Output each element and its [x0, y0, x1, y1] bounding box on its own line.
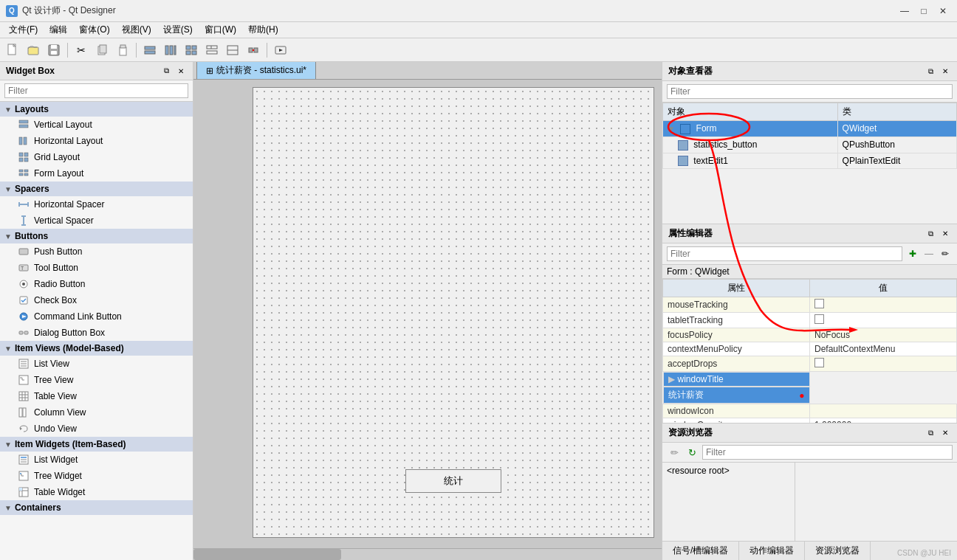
widget-undo-view-label: Undo View — [34, 424, 77, 434]
widget-box-filter-input[interactable] — [4, 83, 188, 98]
toolbar-copy-btn[interactable] — [92, 41, 112, 60]
toolbar-save-btn[interactable] — [44, 41, 64, 60]
prop-row-mousetracking[interactable]: mouseTracking — [663, 297, 957, 313]
prop-value-mousetracking[interactable] — [810, 297, 957, 313]
prop-row-windowicon[interactable]: windowIcon — [663, 404, 957, 418]
toolbar-cut-btn[interactable]: ✂ — [72, 41, 91, 60]
object-inspector-close-btn[interactable]: ✕ — [939, 66, 951, 77]
toolbar-breaklayout-btn[interactable] — [244, 41, 263, 60]
bottom-tab-resource-browser[interactable]: 资源浏览器 — [805, 542, 871, 560]
menu-help[interactable]: 帮助(H) — [242, 22, 284, 38]
resource-browser-float-btn[interactable]: ⧉ — [925, 427, 936, 439]
prop-value-windowtitle[interactable]: 统计薪资 ● — [663, 387, 810, 404]
menu-window[interactable]: 窗口(W) — [199, 22, 242, 38]
widget-undo-view[interactable]: Undo View — [0, 421, 193, 437]
widget-radio-button[interactable]: Radio Button — [0, 276, 193, 292]
menu-file[interactable]: 文件(F) — [3, 22, 44, 38]
prop-row-acceptdrops[interactable]: acceptDrops — [663, 356, 957, 372]
prop-checkbox-mousetracking[interactable] — [814, 299, 824, 308]
property-filter-input[interactable] — [667, 246, 902, 261]
toolbar-preview-btn[interactable] — [271, 41, 290, 60]
widget-grid-layout[interactable]: Grid Layout — [0, 149, 193, 165]
maximize-button[interactable]: □ — [916, 3, 932, 19]
toolbar-new-btn[interactable] — [3, 41, 22, 60]
prop-row-tablettracking[interactable]: tabletTracking — [663, 313, 957, 328]
minimize-button[interactable]: — — [896, 3, 913, 19]
property-editor-float-btn[interactable]: ⧉ — [925, 228, 936, 240]
property-editor-close-btn[interactable]: ✕ — [939, 228, 951, 240]
widget-tool-button-label: Tool Button — [34, 263, 78, 273]
canvas-content[interactable]: 统计 — [193, 80, 662, 560]
prop-row-windowopacity[interactable]: windowOpacity 1.000000 — [663, 418, 957, 424]
toolbar-layout2-btn[interactable] — [161, 41, 180, 60]
toolbar-layout1-btn[interactable] — [140, 41, 160, 60]
widget-tree-view[interactable]: Tree View — [0, 372, 193, 388]
prop-row-contextmenupolicy[interactable]: contextMenuPolicy DefaultContextMenu — [663, 342, 957, 356]
resource-filter-input[interactable] — [702, 445, 953, 460]
menu-edit[interactable]: 编辑 — [44, 22, 73, 38]
category-containers[interactable]: ▼ Containers — [0, 500, 193, 515]
category-spacers[interactable]: ▼ Spacers — [0, 182, 193, 196]
close-button[interactable]: ✕ — [935, 3, 951, 19]
widget-horizontal-layout[interactable]: Horizontal Layout — [0, 133, 193, 149]
widget-command-link-button[interactable]: Command Link Button — [0, 308, 193, 325]
category-buttons[interactable]: ▼ Buttons — [0, 229, 193, 243]
toolbar-layout3-btn[interactable] — [182, 41, 201, 60]
resource-browser-close-btn[interactable]: ✕ — [939, 427, 951, 439]
prop-row-windowtitle[interactable]: ▶ windowTitle 统计薪资 ● — [663, 372, 957, 404]
menu-form[interactable]: 窗体(O) — [73, 22, 115, 38]
prop-checkbox-tablettracking[interactable] — [814, 314, 824, 324]
widget-tool-button[interactable]: T Tool Button — [0, 260, 193, 276]
menu-settings[interactable]: 设置(S) — [157, 22, 199, 38]
bottom-tab-action-editor[interactable]: 动作编辑器 — [739, 542, 805, 560]
prop-value-focuspolicy[interactable]: NoFocus — [810, 328, 957, 342]
widget-form-layout[interactable]: Form Layout — [0, 165, 193, 182]
toolbar-layout5-btn[interactable] — [223, 41, 242, 60]
prop-add-btn[interactable]: ✚ — [905, 246, 920, 261]
widget-dialog-button-box[interactable]: Dialog Button Box — [0, 325, 193, 341]
category-item-views[interactable]: ▼ Item Views (Model-Based) — [0, 341, 193, 356]
category-layouts[interactable]: ▼ Layouts — [0, 102, 193, 117]
object-inspector-filter-input[interactable] — [667, 84, 953, 99]
prop-value-windowopacity[interactable]: 1.000000 — [810, 418, 957, 424]
prop-value-windowicon[interactable] — [810, 404, 957, 418]
widget-table-widget[interactable]: Table Widget — [0, 484, 193, 500]
toolbar-layout4-btn[interactable] — [202, 41, 222, 60]
widget-box-float-btn[interactable]: ⧉ — [160, 65, 172, 77]
obj-row-form[interactable]: ▼ Form QWidget — [663, 121, 957, 137]
canvas-scrollbar-h[interactable] — [193, 548, 662, 560]
prop-remove-btn[interactable]: — — [922, 246, 936, 261]
widget-vertical-spacer[interactable]: Vertical Spacer — [0, 212, 193, 229]
widget-horizontal-spacer[interactable]: Horizontal Spacer — [0, 196, 193, 212]
prop-value-tablettracking[interactable] — [810, 313, 957, 328]
prop-value-contextmenupolicy[interactable]: DefaultContextMenu — [810, 342, 957, 356]
widget-vertical-layout[interactable]: Vertical Layout — [0, 117, 193, 133]
widget-box-close-btn[interactable]: ✕ — [175, 65, 187, 77]
widget-tree-widget[interactable]: Tree Widget — [0, 468, 193, 484]
widget-list-view[interactable]: List View — [0, 356, 193, 372]
obj-expand-form[interactable]: ▼ — [668, 125, 675, 133]
toolbar-open-btn[interactable] — [24, 41, 43, 60]
resource-refresh-btn[interactable]: ↻ — [685, 445, 699, 460]
prop-configure-btn[interactable]: ✏ — [938, 246, 953, 261]
resource-edit-btn[interactable]: ✏ — [667, 445, 682, 460]
widget-check-box[interactable]: Check Box — [0, 292, 193, 308]
prop-value-acceptdrops[interactable] — [810, 356, 957, 372]
menu-view[interactable]: 视图(V) — [116, 22, 157, 38]
widget-list-widget[interactable]: List Widget — [0, 452, 193, 468]
canvas-statistics-button[interactable]: 统计 — [405, 469, 501, 493]
prop-row-focuspolicy[interactable]: focusPolicy NoFocus — [663, 328, 957, 342]
widget-table-view[interactable]: Table View — [0, 388, 193, 404]
horizontal-spacer-icon — [18, 198, 30, 210]
object-inspector-float-btn[interactable]: ⧉ — [925, 66, 936, 77]
widget-push-button[interactable]: Push Button — [0, 243, 193, 260]
canvas-tab-statistics[interactable]: ⊞ 统计薪资 - statistics.ui* — [196, 62, 316, 79]
prop-checkbox-acceptdrops[interactable] — [814, 358, 824, 367]
canvas-form[interactable]: 统计 — [253, 87, 654, 538]
toolbar-paste-btn[interactable] — [113, 41, 132, 60]
obj-row-button[interactable]: statistics_button QPushButton — [663, 136, 957, 153]
widget-column-view[interactable]: Column View — [0, 404, 193, 421]
obj-row-textedit[interactable]: textEdit1 QPlainTextEdit — [663, 153, 957, 169]
bottom-tab-signal-slot[interactable]: 信号/槽编辑器 — [662, 542, 739, 560]
category-item-widgets[interactable]: ▼ Item Widgets (Item-Based) — [0, 437, 193, 452]
